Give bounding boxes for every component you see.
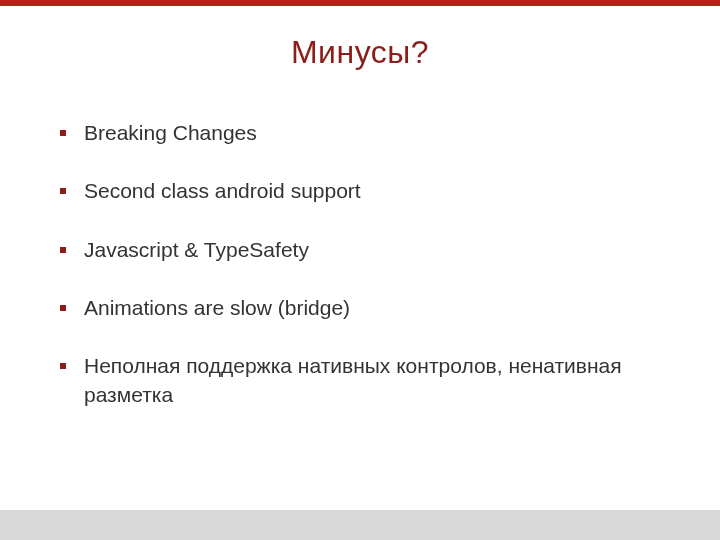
list-item: Animations are slow (bridge)	[60, 294, 672, 322]
bullet-text: Second class android support	[84, 177, 672, 205]
bottom-footer-bar	[0, 510, 720, 540]
list-item: Breaking Changes	[60, 119, 672, 147]
slide-title: Минусы?	[48, 34, 672, 71]
bullet-list: Breaking Changes Second class android su…	[48, 119, 672, 409]
bullet-icon	[60, 130, 66, 136]
bullet-text: Animations are slow (bridge)	[84, 294, 672, 322]
bullet-text: Javascript & TypeSafety	[84, 236, 672, 264]
list-item: Неполная поддержка нативных контролов, н…	[60, 352, 672, 409]
list-item: Javascript & TypeSafety	[60, 236, 672, 264]
bullet-icon	[60, 247, 66, 253]
list-item: Second class android support	[60, 177, 672, 205]
bullet-text: Неполная поддержка нативных контролов, н…	[84, 352, 672, 409]
bullet-icon	[60, 188, 66, 194]
slide-content: Минусы? Breaking Changes Second class an…	[0, 6, 720, 409]
bullet-icon	[60, 305, 66, 311]
bullet-icon	[60, 363, 66, 369]
bullet-text: Breaking Changes	[84, 119, 672, 147]
